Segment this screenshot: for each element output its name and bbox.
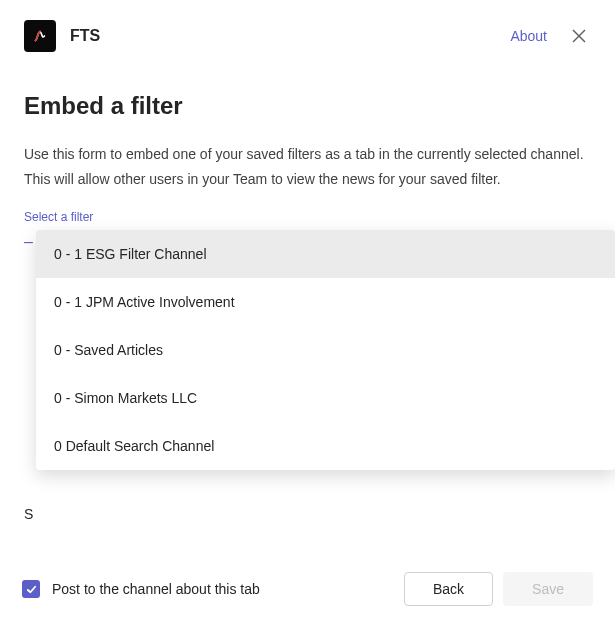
dropdown-item[interactable]: 0 - 1 ESG Filter Channel — [36, 230, 615, 278]
post-checkbox-wrap[interactable]: Post to the channel about this tab — [22, 580, 404, 598]
dropdown-list: 0 - 1 ESG Filter Channel0 - 1 JPM Active… — [36, 230, 615, 470]
dialog-footer: Post to the channel about this tab Back … — [22, 572, 593, 606]
app-icon — [24, 20, 56, 52]
filter-field-label: Select a filter — [24, 210, 591, 224]
obscured-label: S — [24, 506, 33, 522]
close-button[interactable] — [567, 24, 591, 48]
dropdown-item[interactable]: 0 - 1 JPM Active Involvement — [36, 278, 615, 326]
post-checkbox-label: Post to the channel about this tab — [52, 581, 260, 597]
close-icon — [571, 28, 587, 44]
collapse-icon: – — [24, 234, 34, 250]
dialog-header: FTS About — [0, 0, 615, 72]
back-button[interactable]: Back — [404, 572, 493, 606]
filter-dropdown[interactable]: – 0 - 1 ESG Filter Channel0 - 1 JPM Acti… — [24, 230, 591, 254]
page-description: Use this form to embed one of your saved… — [24, 142, 591, 192]
app-title: FTS — [70, 27, 510, 45]
save-button[interactable]: Save — [503, 572, 593, 606]
dropdown-item[interactable]: 0 - Saved Articles — [36, 326, 615, 374]
check-icon — [26, 584, 37, 595]
post-checkbox[interactable] — [22, 580, 40, 598]
dialog-content: Embed a filter Use this form to embed on… — [0, 72, 615, 254]
fts-logo-icon — [31, 27, 49, 45]
dropdown-item[interactable]: 0 - Simon Markets LLC — [36, 374, 615, 422]
dropdown-item[interactable]: 0 Default Search Channel — [36, 422, 615, 470]
about-link[interactable]: About — [510, 28, 547, 44]
page-title: Embed a filter — [24, 92, 591, 120]
